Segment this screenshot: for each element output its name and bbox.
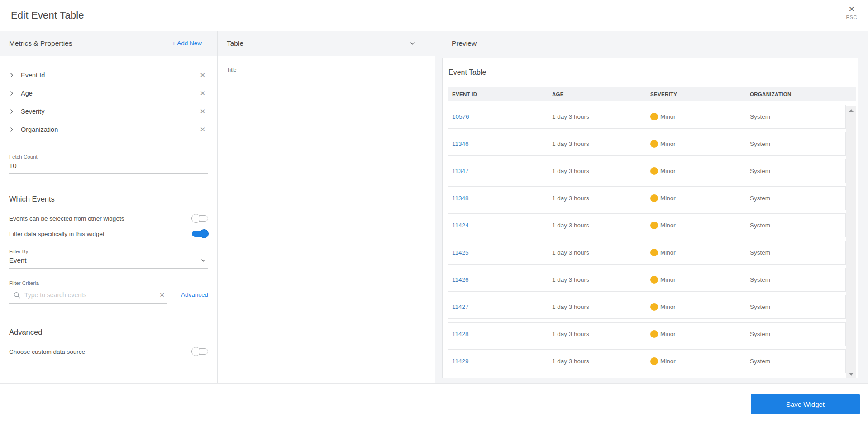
chevron-right-icon[interactable] [9,91,15,96]
severity-dot-icon [650,140,658,148]
fetch-count-label: Fetch Count [9,154,208,159]
save-widget-button[interactable]: Save Widget [751,394,860,414]
toggle-knob [200,229,209,238]
event-id-link[interactable]: 11425 [452,249,552,256]
toggle-switch[interactable] [192,215,208,222]
toggle-switch[interactable] [192,231,208,237]
event-id-link[interactable]: 11346 [452,140,552,147]
organization-cell: System [750,140,845,147]
severity-label: Minor [660,276,676,283]
age-cell: 1 day 3 hours [552,222,650,229]
age-cell: 1 day 3 hours [552,358,650,365]
severity-cell: Minor [650,140,750,148]
severity-cell: Minor [650,113,750,120]
filter-by-field: Filter By Event [9,249,208,269]
event-id-link[interactable]: 11424 [452,222,552,229]
organization-cell: System [750,304,845,310]
severity-label: Minor [660,249,676,256]
table-row: 11427 1 day 3 hours Minor System [448,295,846,319]
property-row: Age ✕ [9,84,208,102]
which-events-heading: Which Events [9,195,208,203]
filter-criteria-field: Filter Criteria Type to search events ✕ … [9,280,208,304]
filter-by-value: Event [9,256,26,264]
age-cell: 1 day 3 hours [552,168,650,174]
event-id-link[interactable]: 11426 [452,276,552,283]
remove-property-icon[interactable]: ✕ [200,90,205,97]
close-icon: ✕ [849,5,855,14]
severity-cell: Minor [650,330,750,338]
event-id-link[interactable]: 11429 [452,358,552,365]
scroll-up-icon[interactable] [849,109,854,112]
filter-search-input[interactable]: Type to search events ✕ [9,289,167,304]
severity-label: Minor [660,222,676,229]
severity-dot-icon [650,357,658,365]
search-placeholder: Type to search events [24,291,158,299]
metrics-panel-body: Event Id ✕ Age ✕ [0,56,217,359]
organization-cell: System [750,331,845,337]
widget-title-input[interactable] [227,84,426,93]
preview-table-header: EVENT ID AGE SEVERITY ORGANIZATION [448,87,856,101]
custom-data-source-toggle[interactable] [192,348,208,355]
event-id-link[interactable]: 11427 [452,304,552,310]
property-label: Event Id [21,72,45,79]
event-id-link[interactable]: 11347 [452,168,552,174]
severity-cell: Minor [650,249,750,256]
main-area: Metrics & Properties + Add New Event Id … [0,31,868,383]
property-label: Organization [21,126,58,133]
widget-title-field: Title [227,67,426,93]
text-cursor [24,291,24,299]
table-row: 10576 1 day 3 hours Minor System [448,105,846,129]
table-row: 11428 1 day 3 hours Minor System [448,322,846,346]
esc-label: ESC [846,14,857,20]
preview-table-rows: 10576 1 day 3 hours Minor System 11346 1… [448,105,846,373]
dialog-header: Edit Event Table ✕ ESC [0,0,868,31]
property-row: Organization ✕ [9,120,208,139]
table-panel-header: Table [218,31,435,56]
chevron-right-icon[interactable] [9,127,15,132]
preview-panel: Preview Event Table EVENT ID AGE SEVERIT… [435,31,868,383]
toggle-label: Filter data specifically in this widget [9,231,105,237]
severity-label: Minor [660,331,676,337]
table-panel-body: Title [218,67,435,93]
column-header: AGE [552,92,650,97]
page-title: Edit Event Table [11,10,84,21]
fetch-count-input[interactable]: 10 [9,162,208,174]
scroll-down-icon[interactable] [849,373,854,376]
close-button[interactable]: ✕ ESC [846,5,857,20]
advanced-heading: Advanced [9,328,208,337]
property-label: Severity [21,108,44,115]
organization-cell: System [750,113,845,120]
remove-property-icon[interactable]: ✕ [200,72,205,79]
remove-property-icon[interactable]: ✕ [200,108,205,115]
chevron-right-icon[interactable] [9,72,15,78]
search-icon [14,292,20,299]
advanced-filter-link[interactable]: Advanced [181,291,208,298]
chevron-right-icon[interactable] [9,109,15,114]
collapse-chevron-icon[interactable] [409,40,416,47]
severity-cell: Minor [650,194,750,202]
table-row: 11347 1 day 3 hours Minor System [448,159,846,183]
dialog-footer: Save Widget [0,383,868,424]
property-list: Event Id ✕ Age ✕ [9,56,208,139]
toggle-row: Events can be selected from other widget… [9,211,208,226]
preview-title: Preview [452,39,477,48]
organization-cell: System [750,276,845,283]
toggle-knob [191,347,200,356]
age-cell: 1 day 3 hours [552,304,650,310]
column-header: ORGANIZATION [750,92,856,97]
remove-property-icon[interactable]: ✕ [200,126,205,133]
event-id-link[interactable]: 11428 [452,331,552,337]
column-header: SEVERITY [650,92,750,97]
table-row: 11348 1 day 3 hours Minor System [448,186,846,210]
add-new-link[interactable]: + Add New [172,40,206,47]
clear-search-icon[interactable]: ✕ [158,291,166,299]
event-id-link[interactable]: 11348 [452,195,552,202]
table-scrollbar[interactable] [846,106,856,378]
event-id-link[interactable]: 10576 [452,113,552,120]
filter-by-select[interactable]: Event [9,256,208,269]
filter-criteria-row: Type to search events ✕ Advanced [9,289,208,304]
organization-cell: System [750,168,845,174]
which-events-toggles: Events can be selected from other widget… [9,211,208,241]
severity-dot-icon [650,167,658,175]
preview-table-body: 10576 1 day 3 hours Minor System 11346 1… [448,105,856,373]
